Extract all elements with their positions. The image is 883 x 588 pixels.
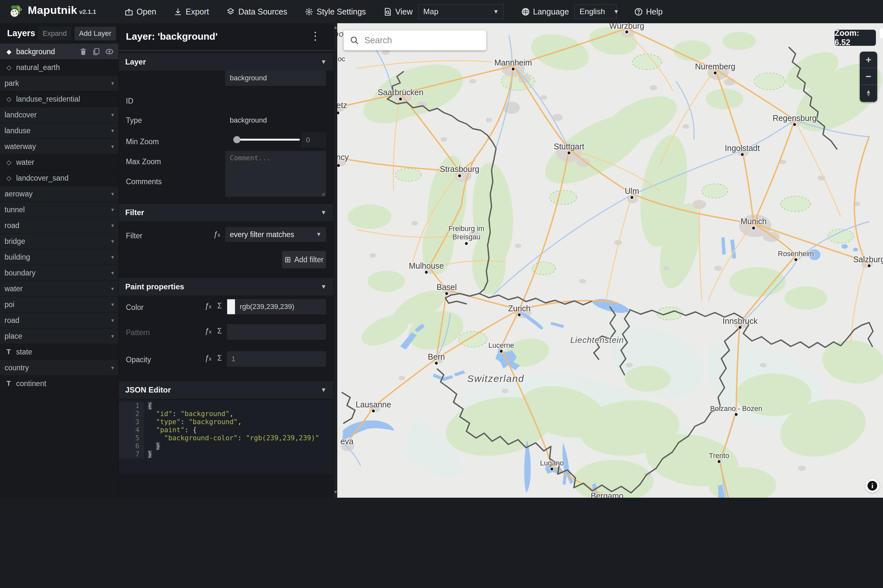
sidebar-item-background[interactable]: ◆background <box>0 44 119 60</box>
layer-label: landcover <box>5 111 37 119</box>
copy-icon[interactable] <box>92 47 101 56</box>
visibility-icon[interactable] <box>105 47 114 56</box>
sidebar-item-road[interactable]: road▾ <box>0 312 119 328</box>
attribution-info-button[interactable]: i <box>865 478 880 493</box>
chevron-down-icon[interactable]: ▾ <box>111 270 114 276</box>
info-icon: i <box>868 481 877 490</box>
section-filter[interactable]: Filter ▼ <box>119 203 333 221</box>
chevron-down-icon[interactable]: ▾ <box>111 190 114 197</box>
chevron-down-icon[interactable]: ▾ <box>111 206 114 213</box>
sidebar-item-landcover_sand[interactable]: ◇landcover_sand <box>0 170 119 186</box>
style-settings-button[interactable]: Style Settings <box>305 7 366 16</box>
place-dot <box>372 410 375 412</box>
chevron-down-icon[interactable]: ▾ <box>111 285 114 292</box>
scroll-up-icon[interactable]: ▲ <box>333 24 337 30</box>
pattern-input[interactable] <box>227 324 326 340</box>
scroll-down-icon[interactable]: ▼ <box>333 489 337 495</box>
sidebar-item-state[interactable]: Tstate <box>0 344 119 360</box>
min-zoom-slider[interactable] <box>233 136 300 143</box>
chevron-down-icon[interactable]: ▾ <box>111 317 114 324</box>
layer-text-icon: T <box>5 348 16 356</box>
comments-textarea[interactable]: Comment... <box>225 151 326 197</box>
color-input[interactable]: rgb(239,239,239) <box>235 299 326 315</box>
sidebar-item-bridge[interactable]: bridge▾ <box>0 234 119 249</box>
chevron-down-icon[interactable]: ▾ <box>111 254 114 261</box>
open-icon <box>125 8 133 16</box>
chevron-down-icon[interactable]: ▾ <box>111 143 114 150</box>
sidebar-item-landuse[interactable]: landuse▾ <box>0 123 119 139</box>
chevron-down-icon[interactable]: ▾ <box>111 364 114 371</box>
pattern-fx-sigma[interactable]: ƒxΣ <box>204 326 222 336</box>
data-sources-button[interactable]: Data Sources <box>226 7 287 16</box>
sidebar-item-natural_earth[interactable]: ◇natural_earth <box>0 60 119 75</box>
layer-label: place <box>5 332 22 340</box>
json-code[interactable]: { "id": "background", "type": "backgroun… <box>148 402 333 458</box>
sidebar-item-landuse_residential[interactable]: ◇landuse_residential <box>0 91 119 107</box>
layer-label: bridge <box>5 237 25 246</box>
min-zoom-value[interactable]: 0 <box>302 132 326 148</box>
sidebar-item-road[interactable]: road▾ <box>0 218 119 234</box>
opacity-fx-sigma[interactable]: ƒxΣ <box>204 354 222 363</box>
sidebar-item-park[interactable]: park▾ <box>0 75 119 91</box>
json-line: { <box>148 402 333 410</box>
help-button[interactable]: Help <box>634 7 662 16</box>
json-editor[interactable]: 1234567 { "id": "background", "type": "b… <box>119 400 333 474</box>
view-button[interactable]: View <box>383 7 413 16</box>
layer-label: building <box>5 253 30 262</box>
place-dot <box>399 98 402 100</box>
map-search[interactable]: Search <box>344 30 487 50</box>
language-button[interactable]: Language <box>521 7 569 16</box>
view-select[interactable]: Map ▼ <box>418 4 504 19</box>
color-fx-sigma[interactable]: ƒxΣ <box>204 301 222 310</box>
chevron-down-icon[interactable]: ▾ <box>111 222 114 229</box>
sidebar-item-aeroway[interactable]: aeroway▾ <box>0 186 119 202</box>
resize-handle[interactable] <box>320 191 325 196</box>
app-version: v2.1.1 <box>79 8 96 15</box>
place-dot <box>465 242 468 245</box>
section-paint[interactable]: Paint properties ▼ <box>119 278 333 296</box>
export-button[interactable]: Export <box>174 7 209 16</box>
editor-scrollbar[interactable]: ▲ ▼ <box>333 23 337 498</box>
id-input[interactable]: background <box>225 70 326 86</box>
add-filter-button[interactable]: ⊞ Add filter <box>282 251 326 268</box>
export-icon <box>174 8 182 16</box>
data-sources-icon <box>226 8 235 16</box>
chevron-down-icon[interactable]: ▾ <box>111 112 114 118</box>
zoom-out-button[interactable]: − <box>860 68 877 85</box>
language-select[interactable]: English ▼ <box>574 4 617 19</box>
layer-label: road <box>5 221 20 230</box>
map-canvas[interactable]: WürzburgMannheimNurembergSaarbrückenetzR… <box>337 23 883 498</box>
open-button[interactable]: Open <box>125 7 156 16</box>
sidebar-item-building[interactable]: building▾ <box>0 249 119 265</box>
section-json[interactable]: JSON Editor ▼ <box>119 381 333 399</box>
layer-label: natural_earth <box>16 63 60 72</box>
trash-icon[interactable] <box>79 47 87 56</box>
kebab-menu-icon[interactable]: ⋮ <box>310 30 321 41</box>
place-dot <box>739 326 742 329</box>
expand-button[interactable]: Expand <box>38 27 71 40</box>
sidebar-item-poi[interactable]: poi▾ <box>0 297 119 312</box>
sidebar-item-continent[interactable]: Tcontinent <box>0 376 119 392</box>
zoom-in-button[interactable]: + <box>860 52 877 68</box>
sidebar-item-landcover[interactable]: landcover▾ <box>0 107 119 123</box>
fx-icon[interactable]: ƒx <box>213 230 220 238</box>
sidebar-item-country[interactable]: country▾ <box>0 360 119 376</box>
chevron-down-icon[interactable]: ▾ <box>111 128 114 134</box>
sidebar-item-water[interactable]: water▾ <box>0 281 119 297</box>
sidebar-item-water[interactable]: ◇water <box>0 154 119 170</box>
id-label: ID <box>126 97 133 105</box>
sidebar-item-waterway[interactable]: waterway▾ <box>0 139 119 154</box>
sidebar-item-boundary[interactable]: boundary▾ <box>0 265 119 281</box>
chevron-down-icon[interactable]: ▾ <box>111 333 114 340</box>
sidebar-item-place[interactable]: place▾ <box>0 328 119 344</box>
chevron-down-icon[interactable]: ▾ <box>111 238 114 245</box>
filter-combiner-select[interactable]: every filter matches ▼ <box>225 227 326 242</box>
opacity-input[interactable]: 1 <box>227 351 326 367</box>
chevron-down-icon[interactable]: ▾ <box>111 80 114 87</box>
section-layer[interactable]: Layer ▼ <box>119 52 333 70</box>
pitch-toggle-button[interactable]: ▲▼ <box>860 85 877 102</box>
sidebar-item-tunnel[interactable]: tunnel▾ <box>0 202 119 218</box>
chevron-down-icon[interactable]: ▾ <box>111 301 114 308</box>
color-swatch[interactable] <box>227 299 235 315</box>
add-layer-button[interactable]: Add Layer <box>75 27 116 40</box>
